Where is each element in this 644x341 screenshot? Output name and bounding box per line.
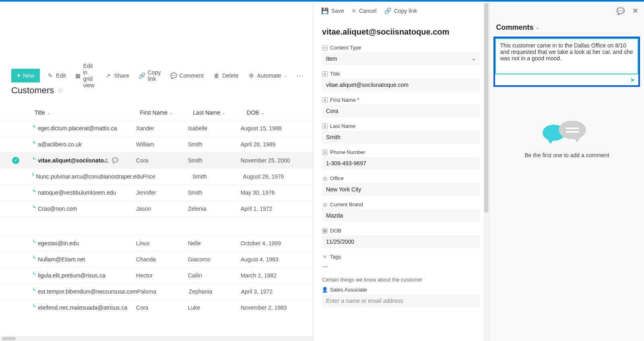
calendar-icon: ▦ (322, 228, 328, 234)
field-label: Office (330, 175, 344, 181)
comment-textarea[interactable] (495, 38, 638, 74)
row-dob: August 15, 1988 (241, 125, 301, 131)
row-firstname: Paloma (137, 288, 189, 295)
sales-associate-input[interactable]: Enter a name or email address (322, 294, 480, 307)
pencil-icon: ✎ (47, 72, 54, 79)
new-button[interactable]: +New (11, 69, 40, 82)
row-dob: March 2, 1982 (241, 272, 301, 279)
table-row[interactable]: est.tempor.bibendum@neccursusa.comPaloma… (0, 283, 313, 299)
list-pane: +New ✎Edit ▦Edit in grid view ↗Share 🔗Co… (0, 2, 313, 341)
dob-input[interactable]: 11/25/2000 (322, 235, 480, 248)
phone-input[interactable]: 1-309-493-9697 (322, 157, 480, 170)
table-row[interactable]: eleifend.nec.malesuada@atrisus.caCoraLuk… (0, 299, 313, 315)
share-button[interactable]: ↗Share (103, 71, 131, 80)
row-firstname: Price (142, 173, 192, 180)
title-input[interactable]: vitae.aliquet@sociisnatoque.com (322, 78, 480, 91)
firstname-input[interactable]: Cora (322, 105, 480, 117)
chevron-down-icon: ⌄ (47, 110, 50, 115)
comments-pane: 💬 ✕ Comments⌄ ➤ Be the first one to add … (489, 2, 644, 341)
table-row[interactable]: eget.dictum.placerat@mattis.caXanderIsab… (0, 120, 313, 136)
field-label: Phone Number (330, 149, 365, 155)
comments-empty-illustration (543, 121, 591, 145)
delete-button[interactable]: 🗑Delete (211, 71, 241, 80)
row-firstname: Jennifer (136, 189, 188, 196)
field-label: Last Name (330, 123, 355, 129)
comments-header[interactable]: Comments⌄ (489, 20, 644, 35)
send-icon[interactable]: ➤ (630, 76, 635, 84)
field-label: Current Brand (330, 201, 363, 207)
chevron-down-icon: ⌄ (169, 110, 173, 115)
field-label: Tags (330, 254, 341, 260)
row-firstname: Cora (136, 304, 188, 311)
row-dob: August 4, 1983 (241, 256, 301, 263)
choice-icon: ◎ (322, 202, 328, 207)
table-row[interactable]: natoque@vestibulumlorem.eduJenniferSmith… (0, 184, 313, 200)
table-row[interactable]: ligula.elit.pretium@risus.caHectorCailin… (0, 267, 313, 283)
cancel-button[interactable]: ✕Cancel (351, 7, 377, 14)
chevron-down-icon: ⌄ (536, 25, 539, 30)
save-icon: 💾 (321, 7, 329, 14)
field-label: First Name * (330, 97, 359, 103)
person-icon: 👤 (322, 287, 328, 293)
row-lastname: Nelle (188, 240, 241, 247)
horizontal-scrollbar[interactable] (0, 336, 314, 341)
edit-button[interactable]: ✎Edit (45, 71, 68, 80)
detail-title: vitae.aliquet@sociisnatoque.com (322, 27, 480, 37)
save-button[interactable]: 💾Save (321, 7, 344, 14)
table-row[interactable]: a@aclibero.co.ukWilliamSmithApril 28, 19… (0, 136, 313, 152)
comment-icon: 💬 (171, 72, 177, 79)
row-lastname: Smith (188, 189, 241, 196)
choice-icon: ◎ (322, 176, 328, 181)
row-firstname: William (136, 141, 188, 148)
automate-button[interactable]: ⚙Automate⌄ (246, 71, 290, 80)
copylink-button[interactable]: 🔗Copy link (136, 68, 163, 84)
tags-value[interactable]: — (322, 261, 480, 271)
detail-scrollbar[interactable] (483, 2, 489, 341)
brand-input[interactable]: Mazda (322, 209, 480, 222)
row-lastname: Zelenia (188, 205, 241, 212)
link-icon: 🔗 (139, 72, 145, 79)
comments-toggle-icon[interactable]: 💬 (616, 6, 625, 15)
column-header-dob[interactable]: DOB⌄ (247, 109, 301, 116)
copylink-button[interactable]: 🔗Copy link (384, 7, 417, 14)
row-firstname: Linus (136, 240, 188, 247)
row-dob: August 29, 1976 (243, 173, 301, 180)
content-type-select[interactable]: Item (322, 52, 480, 65)
row-title: Cras@non.com (38, 205, 77, 212)
row-title: eget.dictum.placerat@mattis.ca (38, 125, 117, 131)
table-row[interactable]: egestas@in.eduLinusNelleOctober 4, 1999 (0, 235, 313, 251)
table-row[interactable]: Nullam@Etiam.netChandaGiacomoAugust 4, 1… (0, 251, 313, 267)
comment-button[interactable]: 💬Comment (168, 71, 206, 80)
share-icon[interactable]: ↗ (103, 157, 108, 163)
row-lastname: Smith (188, 157, 241, 164)
row-dob: April 28, 1989 (241, 141, 301, 148)
table-row[interactable]: Nunc.pulvinar.arcu@conubianostraper.eduP… (0, 168, 313, 184)
text-icon: A (322, 150, 328, 155)
comment-icon[interactable]: 💬 (112, 157, 118, 163)
more-button[interactable]: ⋯ (295, 71, 305, 80)
table-row[interactable]: Cras@non.comJasonZeleniaApril 1, 1972 (0, 200, 313, 216)
plus-icon: + (17, 72, 21, 79)
office-input[interactable]: New York City (322, 183, 480, 196)
row-firstname: Chanda (136, 256, 188, 263)
close-button[interactable]: ✕ (632, 6, 638, 15)
column-header-lastname[interactable]: Last Name⌄ (193, 109, 247, 116)
table-row[interactable]: ✓vitae.aliquet@sociisnato...⋮↗💬CoraSmith… (0, 152, 313, 168)
detail-pane: 💾Save ✕Cancel 🔗Copy link vitae.aliquet@s… (313, 2, 489, 341)
column-header-title[interactable]: Title⌄ (35, 109, 140, 116)
column-header-firstname[interactable]: First Name⌄ (140, 109, 193, 116)
row-firstname: Cora (136, 157, 188, 164)
row-firstname: Jason (136, 205, 188, 212)
customers-table: Title⌄ First Name⌄ Last Name⌄ DOB⌄ eget.… (0, 105, 313, 341)
row-lastname: Zephania (189, 288, 241, 295)
trash-icon: 🗑 (213, 72, 220, 79)
edit-grid-button[interactable]: ▦Edit in grid view (73, 61, 98, 90)
row-firstname: Hector (136, 272, 188, 279)
lastname-input[interactable]: Smith (322, 131, 480, 144)
star-icon[interactable]: ☆ (57, 86, 64, 95)
check-icon: ✓ (12, 157, 19, 164)
content-type-icon: ▭ (322, 45, 328, 51)
grid-icon: ▦ (75, 72, 80, 79)
row-dob: May 30, 1976 (241, 189, 301, 196)
more-icon[interactable]: ⋮ (94, 157, 99, 163)
